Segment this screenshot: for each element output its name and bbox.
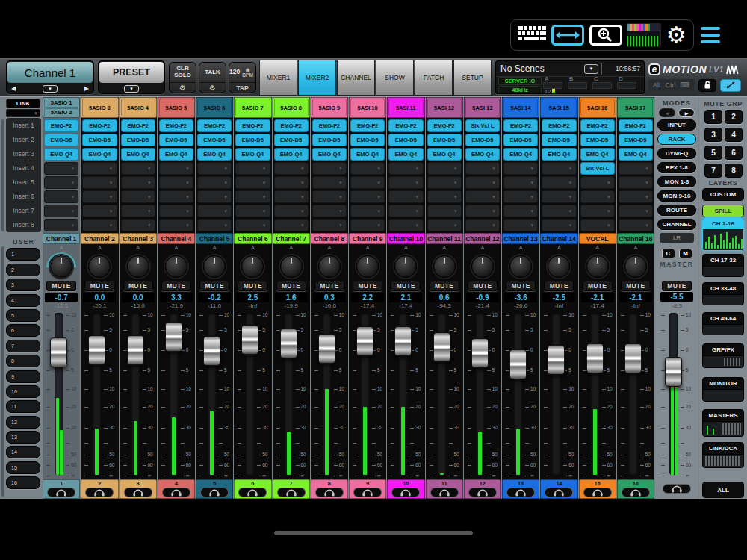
layer-button-ch-33-48[interactable]: CH 33-48: [702, 282, 744, 305]
fader-cap[interactable]: [509, 349, 527, 379]
fader-cap[interactable]: [203, 336, 220, 366]
modes-prev-icon[interactable]: ◀: [659, 108, 675, 117]
user-button-11[interactable]: 11: [6, 400, 40, 413]
layer-button-all[interactable]: ALL: [702, 482, 744, 498]
talk-gear-icon[interactable]: ⚙: [199, 82, 226, 93]
link-button[interactable]: LINK: [6, 99, 40, 108]
mute-button[interactable]: MUTE: [314, 281, 344, 291]
insert-slot-plugin[interactable]: EMO-D5: [121, 134, 155, 146]
fader-area[interactable]: 105051020305060∞: [349, 311, 386, 478]
channel-name[interactable]: Channel 13: [502, 233, 539, 244]
tab-patch[interactable]: PATCH: [415, 60, 453, 96]
headphone-cue-button[interactable]: [622, 488, 650, 497]
mute-button[interactable]: MUTE: [430, 281, 459, 291]
fader-cap[interactable]: [665, 357, 682, 387]
insert-slot-empty[interactable]: ▼: [542, 219, 576, 231]
fader-area[interactable]: 105051020305060∞: [540, 311, 577, 478]
alt-key-label[interactable]: Alt: [653, 81, 661, 89]
insert-slot-plugin[interactable]: Slk Vcl L: [465, 119, 500, 132]
channel-name[interactable]: Channel 5: [196, 233, 233, 244]
screen-width-icon[interactable]: [551, 25, 584, 46]
ctrl-key-label[interactable]: Ctrl: [666, 81, 676, 89]
gain-value[interactable]: 1.6: [275, 293, 308, 302]
insert-slot-plugin[interactable]: EMO-Q4: [121, 148, 155, 161]
headphone-cue-button[interactable]: [47, 488, 75, 497]
insert-slot-empty[interactable]: ▼: [580, 205, 615, 217]
headphone-cue-button[interactable]: [353, 488, 382, 497]
insert-slot-plugin[interactable]: EMO-Q4: [465, 148, 500, 161]
master-bus-label[interactable]: LR: [660, 233, 694, 243]
channel-source-header[interactable]: 5ASI 17: [617, 97, 654, 118]
channel-name[interactable]: Channel 10: [387, 233, 424, 244]
insert-slot-empty[interactable]: ▼: [503, 176, 538, 189]
insert-slot-empty[interactable]: ▼: [350, 190, 385, 203]
layer-button-link-dca[interactable]: LINK/DCA: [702, 442, 744, 468]
pan-knob[interactable]: [548, 255, 570, 278]
channel-name[interactable]: Channel 9: [349, 233, 386, 244]
modes-next-icon[interactable]: ▶: [678, 108, 695, 117]
channel-source-header[interactable]: 5ASIO 8: [273, 97, 310, 118]
scene-dropdown-icon[interactable]: ▼: [584, 64, 598, 74]
channel-name[interactable]: Channel 8: [311, 233, 348, 244]
insert-slot-plugin[interactable]: Slk Vcl L: [580, 162, 615, 175]
insert-slot-empty[interactable]: ▼: [82, 162, 117, 175]
talk-button[interactable]: TALK: [199, 63, 226, 82]
menu-icon[interactable]: [701, 27, 720, 43]
insert-slot-plugin[interactable]: EMO-Q4: [350, 148, 385, 161]
channel-footer[interactable]: 11: [426, 479, 463, 499]
insert-slot-empty[interactable]: ▼: [44, 219, 78, 231]
mute-button[interactable]: MUTE: [583, 281, 613, 291]
pan-knob[interactable]: [88, 255, 111, 278]
headphone-cue-button[interactable]: [545, 488, 573, 497]
insert-slot-empty[interactable]: ▼: [427, 162, 462, 175]
insert-slot-plugin[interactable]: EMO-F2: [350, 119, 385, 132]
headphone-cue-button[interactable]: [468, 488, 497, 497]
insert-slot-empty[interactable]: ▼: [121, 176, 155, 189]
fader-area[interactable]: 105051020305060∞: [196, 311, 233, 478]
insert-slot-plugin[interactable]: EMO-Q4: [427, 148, 462, 161]
channel-source-header[interactable]: 5ASI 16: [579, 97, 616, 118]
insert-slot-plugin[interactable]: EMO-Q4: [619, 148, 653, 161]
channel-footer[interactable]: 2: [81, 479, 118, 499]
insert-slot-empty[interactable]: ▼: [465, 190, 500, 203]
tab-show[interactable]: SHOW: [376, 60, 414, 96]
insert-scrollbar[interactable]: [1, 119, 4, 231]
fader-cap[interactable]: [165, 322, 182, 352]
user-button-1[interactable]: 1: [6, 248, 40, 261]
gain-value[interactable]: 2.1: [389, 293, 422, 302]
insert-slot-empty[interactable]: ▼: [465, 219, 500, 231]
pan-knob[interactable]: [127, 255, 149, 278]
master-mute-button[interactable]: MUTE: [662, 281, 692, 291]
insert-slot-empty[interactable]: ▼: [542, 205, 576, 217]
mute-button[interactable]: MUTE: [353, 281, 382, 291]
insert-slot-plugin[interactable]: EMO-F2: [542, 119, 576, 132]
master-fader-area[interactable]: 105051020305060∞: [657, 311, 696, 478]
fader-area[interactable]: 105051020305060∞: [120, 311, 157, 478]
settings-gear-icon[interactable]: ⚙: [666, 24, 686, 46]
tab-mixer2[interactable]: MIXER2: [298, 60, 336, 96]
insert-slot-empty[interactable]: ▼: [388, 176, 423, 189]
keyboard-icon[interactable]: [518, 26, 546, 44]
mute-button[interactable]: MUTE: [84, 281, 114, 291]
insert-slot-plugin[interactable]: EMO-Q4: [82, 148, 117, 161]
gain-value[interactable]: 0.3: [313, 293, 346, 302]
insert-slot-plugin[interactable]: EMO-D5: [350, 134, 385, 146]
lock-button[interactable]: [698, 79, 716, 92]
insert-slot-empty[interactable]: ▼: [542, 162, 576, 175]
gain-value[interactable]: -0.7: [45, 293, 78, 302]
fader-cap[interactable]: [241, 325, 258, 355]
gain-value[interactable]: 0.0: [83, 293, 116, 302]
insert-slot-empty[interactable]: ▼: [159, 176, 193, 189]
channel-strip[interactable]: 5ASIO 3EMO-F2EMO-D5EMO-Q4▼▼▼▼▼Channel 2A…: [81, 97, 118, 500]
insert-slot-plugin[interactable]: EMO-F2: [274, 119, 309, 132]
scene-slot-d[interactable]: D: [617, 75, 642, 94]
fader-area[interactable]: 105051020305060∞: [387, 311, 424, 478]
channel-source-header[interactable]: 5ASIO 4: [120, 97, 157, 118]
scene-slot-b[interactable]: B: [568, 75, 592, 94]
headphone-cue-button[interactable]: [391, 488, 420, 497]
gain-value[interactable]: 2.2: [351, 293, 384, 302]
insert-slot-empty[interactable]: ▼: [82, 176, 117, 189]
insert-slot-empty[interactable]: ▼: [312, 176, 347, 189]
mute-group-button-1[interactable]: 1: [704, 110, 722, 124]
insert-slot-plugin[interactable]: EMO-D5: [542, 134, 576, 146]
